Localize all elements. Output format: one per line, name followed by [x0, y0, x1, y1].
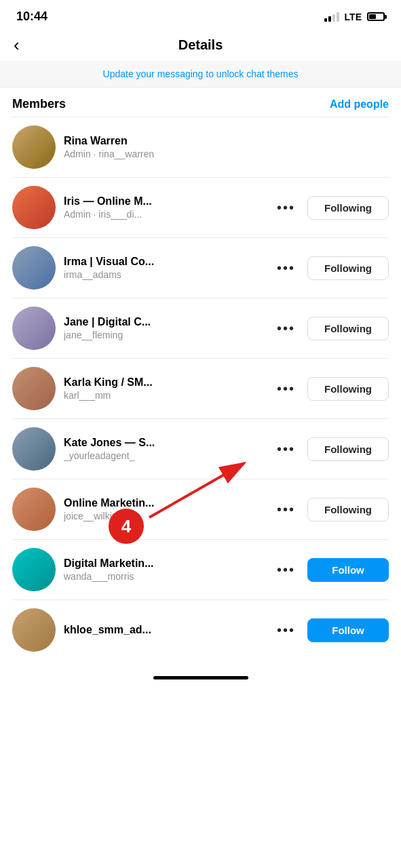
avatar [12, 548, 56, 591]
following-button[interactable]: Following [307, 317, 389, 340]
member-username: joice__wilkins [64, 511, 265, 521]
status-time: 10:44 [16, 9, 47, 24]
following-button[interactable]: Following [307, 377, 389, 401]
follow-button[interactable]: Follow [307, 618, 389, 642]
avatar [12, 488, 56, 531]
member-username: wanda___morris [64, 571, 265, 582]
member-username: Admin · rina__warren [64, 149, 389, 159]
update-banner[interactable]: Update your messaging to unlock chat the… [0, 61, 401, 87]
member-name: Iris — Online M... [64, 195, 265, 208]
member-username: _yourleadagent_ [64, 450, 265, 461]
members-header: Members Add people [0, 87, 401, 117]
more-options-button[interactable]: ••• [273, 321, 299, 336]
more-options-button[interactable]: ••• [273, 623, 299, 638]
list-item: Kate Jones — S..._yourleadagent_•••Follo… [0, 419, 401, 479]
avatar [12, 307, 56, 350]
add-people-button[interactable]: Add people [330, 98, 389, 111]
member-username: jane__fleming [64, 330, 265, 340]
home-bar [153, 676, 248, 679]
avatar [12, 608, 56, 652]
more-options-button[interactable]: ••• [273, 441, 299, 457]
list-item: khloe_smm_ad...•••Follow [0, 600, 401, 660]
more-options-button[interactable]: ••• [273, 260, 299, 276]
member-name: Kate Jones — S... [64, 437, 265, 449]
battery-icon [367, 12, 385, 21]
member-name: Karla King / SM... [64, 376, 265, 389]
signal-bars-icon [324, 12, 339, 22]
avatar [12, 367, 56, 410]
more-options-button[interactable]: ••• [273, 502, 299, 517]
lte-label: LTE [345, 12, 362, 22]
page-header: ‹ Details [0, 29, 401, 61]
more-options-button[interactable]: ••• [273, 200, 299, 216]
back-button[interactable]: ‹ [14, 35, 20, 56]
list-item: Irma | Visual Co...irma__adams•••Followi… [0, 238, 401, 298]
home-indicator [0, 665, 401, 686]
member-username: irma__adams [64, 269, 265, 280]
member-name: khloe_smm_ad... [64, 624, 265, 636]
status-icons: LTE [324, 12, 385, 22]
following-button[interactable]: Following [307, 256, 389, 280]
list-item: Karla King / SM...karl___mm•••Following [0, 359, 401, 418]
member-name: Irma | Visual Co... [64, 256, 265, 268]
list-item: Iris — Online M...Admin · iris___di...••… [0, 178, 401, 237]
member-name: Jane | Digital C... [64, 316, 265, 328]
more-options-button[interactable]: ••• [273, 562, 299, 578]
update-banner-text: Update your messaging to unlock chat the… [103, 68, 299, 79]
following-button[interactable]: Following [307, 196, 389, 220]
page-title: Details [178, 37, 223, 53]
avatar [12, 246, 56, 290]
avatar [12, 186, 56, 229]
follow-button[interactable]: Follow [307, 558, 389, 582]
list-item: Online Marketin...joice__wilkins•••Follo… [0, 479, 401, 539]
list-item: Jane | Digital C...jane__fleming•••Follo… [0, 298, 401, 358]
member-name: Online Marketin... [64, 497, 265, 509]
member-name: Digital Marketin... [64, 557, 265, 570]
avatar [12, 427, 56, 471]
avatar [12, 125, 56, 169]
member-username: Admin · iris___di... [64, 209, 265, 220]
member-username: karl___mm [64, 390, 265, 401]
member-list: Rina WarrenAdmin · rina__warrenIris — On… [0, 117, 401, 660]
following-button[interactable]: Following [307, 498, 389, 521]
list-item: Digital Marketin...wanda___morris•••Foll… [0, 540, 401, 599]
status-bar: 10:44 LTE [0, 0, 401, 29]
more-options-button[interactable]: ••• [273, 381, 299, 397]
following-button[interactable]: Following [307, 437, 389, 461]
member-list-wrapper: 4 Rina WarrenAdmin · rina__warrenIris — … [0, 117, 401, 660]
member-name: Rina Warren [64, 135, 389, 147]
members-label: Members [12, 97, 66, 111]
badge-4: 4 [109, 509, 144, 544]
list-item: Rina WarrenAdmin · rina__warren [0, 117, 401, 177]
